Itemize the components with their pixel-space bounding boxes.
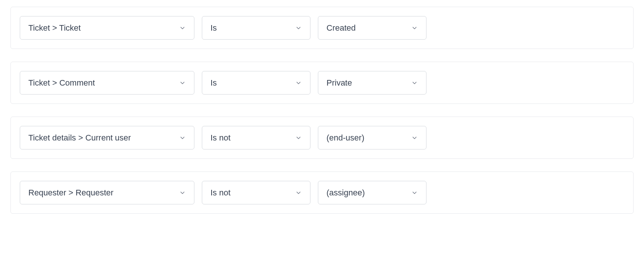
operator-label: Is not [210, 188, 231, 198]
operator-dropdown[interactable]: Is [202, 71, 310, 95]
operator-dropdown[interactable]: Is [202, 16, 310, 40]
category-dropdown[interactable]: Requester > Requester [20, 181, 194, 204]
category-dropdown[interactable]: Ticket > Ticket [20, 16, 194, 40]
value-label: Private [326, 78, 352, 88]
chevron-down-icon [295, 189, 302, 196]
value-label: Created [326, 23, 356, 33]
category-dropdown[interactable]: Ticket > Comment [20, 71, 194, 95]
chevron-down-icon [295, 135, 302, 141]
category-dropdown[interactable]: Ticket details > Current user [20, 126, 194, 149]
category-label: Requester > Requester [28, 188, 113, 198]
operator-dropdown[interactable]: Is not [202, 181, 310, 204]
operator-dropdown[interactable]: Is not [202, 126, 310, 149]
category-label: Ticket > Ticket [28, 23, 81, 33]
chevron-down-icon [179, 135, 186, 141]
chevron-down-icon [179, 189, 186, 196]
condition-row: Ticket details > Current user Is not (en… [10, 117, 634, 159]
chevron-down-icon [179, 80, 186, 86]
category-label: Ticket details > Current user [28, 133, 131, 143]
chevron-down-icon [411, 25, 418, 31]
chevron-down-icon [295, 25, 302, 31]
chevron-down-icon [179, 25, 186, 31]
chevron-down-icon [411, 80, 418, 86]
operator-label: Is not [210, 133, 231, 143]
condition-row: Requester > Requester Is not (assignee) [10, 172, 634, 214]
category-label: Ticket > Comment [28, 78, 95, 88]
chevron-down-icon [411, 135, 418, 141]
value-dropdown[interactable]: Private [318, 71, 426, 95]
chevron-down-icon [411, 189, 418, 196]
operator-label: Is [210, 78, 217, 88]
value-label: (assignee) [326, 188, 365, 198]
chevron-down-icon [295, 80, 302, 86]
condition-row: Ticket > Ticket Is Created [10, 7, 634, 49]
value-dropdown[interactable]: (end-user) [318, 126, 426, 149]
condition-row: Ticket > Comment Is Private [10, 62, 634, 104]
operator-label: Is [210, 23, 217, 33]
value-dropdown[interactable]: Created [318, 16, 426, 40]
value-label: (end-user) [326, 133, 364, 143]
value-dropdown[interactable]: (assignee) [318, 181, 426, 204]
